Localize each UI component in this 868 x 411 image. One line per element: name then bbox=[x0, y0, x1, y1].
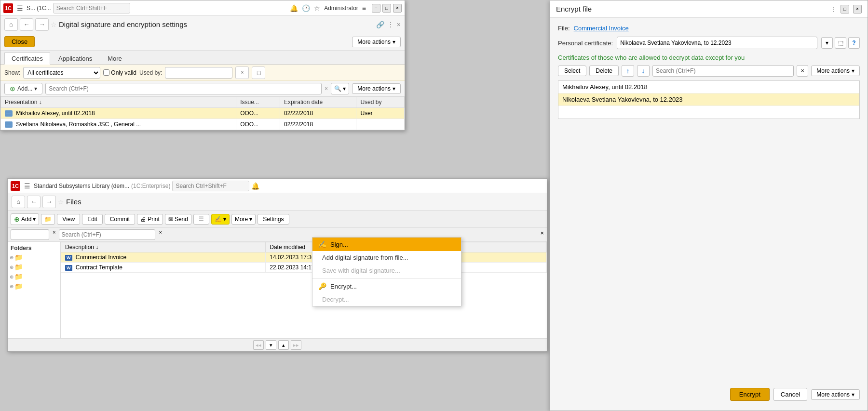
forward-button[interactable]: → bbox=[35, 18, 49, 31]
hamburger-icon[interactable]: ☰ bbox=[15, 3, 25, 13]
sidebar-item[interactable]: ⊕ 📁 bbox=[8, 262, 60, 272]
table-row[interactable]: W Contract Template 22.02.2023 14:17 Adm… bbox=[61, 263, 547, 273]
personal-cert-input[interactable] bbox=[617, 37, 817, 49]
move-down-button[interactable]: ↓ bbox=[637, 65, 650, 77]
cert-more-actions-button[interactable]: More actions ▾ bbox=[352, 83, 401, 94]
files-bell-icon[interactable]: 🔔 bbox=[251, 182, 259, 190]
move-up-button[interactable]: ↑ bbox=[622, 65, 634, 77]
print-button[interactable]: 🖨 Print bbox=[137, 214, 163, 225]
cert-list-item[interactable]: Nikolaeva Svetlana Yakovlevna, to 12.202… bbox=[558, 93, 859, 106]
settings-button[interactable]: Settings bbox=[258, 214, 289, 225]
files-search-close[interactable]: × bbox=[540, 229, 544, 240]
used-by-clear[interactable]: × bbox=[235, 66, 249, 79]
files-favorite-icon[interactable]: ☆ bbox=[58, 198, 64, 206]
send-button[interactable]: ✉ Send bbox=[165, 214, 191, 225]
folder-search-input[interactable] bbox=[11, 229, 49, 240]
more-button[interactable]: More ▾ bbox=[231, 214, 256, 225]
dialog-maximize-button[interactable]: □ bbox=[841, 5, 849, 13]
bookmark-icon[interactable]: ☆ bbox=[314, 4, 320, 12]
files-forward-button[interactable]: → bbox=[42, 196, 56, 208]
tab-applications[interactable]: Applications bbox=[51, 53, 99, 64]
delete-button[interactable]: Delete bbox=[589, 66, 619, 76]
table-row[interactable]: — Mikhailov Alexey, until 02.2018 OOO...… bbox=[1, 108, 405, 119]
cert-dropdown-button[interactable]: ▾ bbox=[821, 37, 833, 49]
window-close-icon[interactable]: × bbox=[397, 21, 401, 28]
close-button[interactable]: Close bbox=[4, 36, 35, 47]
search-go-button[interactable]: 🔍 ▾ bbox=[331, 83, 349, 94]
back-button[interactable]: ← bbox=[20, 18, 33, 31]
only-valid-check[interactable] bbox=[103, 69, 109, 76]
files-back-button[interactable]: ← bbox=[27, 196, 41, 208]
files-global-search[interactable] bbox=[172, 181, 249, 191]
close-button[interactable]: × bbox=[393, 4, 402, 13]
menu-dots-icon[interactable]: ⋮ bbox=[387, 21, 394, 28]
dialog-more-actions-button[interactable]: More actions ▾ bbox=[811, 389, 860, 400]
app-name: S... (1C... bbox=[27, 5, 51, 12]
show-select[interactable]: All certificates bbox=[23, 67, 100, 79]
add-button[interactable]: ⊕ Add... ▾ bbox=[4, 83, 42, 94]
search-clear-icon[interactable]: × bbox=[325, 85, 328, 92]
sidebar-item[interactable]: ⊕ 📁 bbox=[8, 272, 60, 281]
history-icon[interactable]: 🕐 bbox=[302, 4, 310, 12]
more-actions-button[interactable]: More actions ▾ bbox=[352, 37, 401, 47]
nav-first-button[interactable]: ◂◂ bbox=[253, 340, 264, 350]
sign-encrypt-button[interactable]: ✍ ▾ bbox=[211, 214, 230, 225]
files-search-clear[interactable]: × bbox=[157, 229, 163, 240]
folder-search-clear[interactable]: × bbox=[51, 229, 57, 240]
col-description[interactable]: Description ↓ bbox=[61, 242, 266, 252]
sidebar-item[interactable]: ⊕ 📁 bbox=[8, 281, 60, 291]
used-by-open[interactable]: ⬚ bbox=[252, 66, 265, 79]
col-usedby[interactable]: Used by bbox=[356, 97, 405, 108]
cert-list-more-actions[interactable]: More actions ▾ bbox=[811, 66, 860, 76]
menu-item-sign[interactable]: ✍ Sign... bbox=[312, 238, 461, 251]
cert-list-search[interactable] bbox=[652, 65, 794, 77]
nav-prev-button[interactable]: ▾ bbox=[266, 340, 276, 350]
nav-last-button[interactable]: ▸▸ bbox=[291, 340, 301, 350]
dialog-more-label: More actions bbox=[816, 391, 850, 398]
tab-certificates[interactable]: Certificates bbox=[4, 53, 50, 65]
files-home-button[interactable]: ⌂ bbox=[12, 196, 25, 208]
cert-open-button[interactable]: ⬚ bbox=[835, 37, 846, 49]
col-issue[interactable]: Issue... bbox=[236, 97, 280, 108]
bell-icon[interactable]: 🔔 bbox=[290, 4, 298, 12]
cert-presentation: — Mikhailov Alexey, until 02.2018 bbox=[1, 108, 236, 119]
only-valid-checkbox[interactable]: Only valid bbox=[103, 69, 136, 76]
menu-item-add-signature[interactable]: Add digital signature from file... bbox=[312, 251, 461, 264]
cancel-button[interactable]: Cancel bbox=[773, 388, 807, 401]
menu-item-encrypt[interactable]: 🔑 Encrypt... bbox=[312, 279, 461, 293]
home-button[interactable]: ⌂ bbox=[4, 18, 18, 31]
edit-button[interactable]: Edit bbox=[82, 214, 103, 225]
used-by-input[interactable] bbox=[165, 67, 232, 79]
file-link[interactable]: Commercial Invoice bbox=[574, 25, 629, 32]
cert-help-button[interactable]: ? bbox=[848, 37, 860, 49]
files-search-input[interactable] bbox=[59, 229, 155, 240]
new-folder-button[interactable]: 📁 bbox=[41, 214, 55, 225]
nav-next-button[interactable]: ▴ bbox=[278, 340, 289, 350]
cert-chevron: ▾ bbox=[393, 85, 395, 92]
dialog-close-button[interactable]: × bbox=[853, 5, 862, 13]
dialog-menu-icon[interactable]: ⋮ bbox=[830, 5, 837, 13]
global-search-input[interactable] bbox=[53, 3, 130, 13]
col-presentation[interactable]: Presentation ↓ bbox=[1, 97, 236, 108]
commit-button[interactable]: Commit bbox=[105, 214, 135, 225]
col-expiration[interactable]: Expiration date bbox=[280, 97, 356, 108]
encrypt-button[interactable]: Encrypt bbox=[730, 388, 770, 401]
maximize-button[interactable]: □ bbox=[382, 4, 391, 13]
cert-list-item[interactable]: Mikhailov Alexey, until 02.2018 bbox=[558, 81, 859, 93]
table-row[interactable]: W Commercial Invoice 14.02.2023 17:36 Ad… bbox=[61, 252, 547, 263]
cert-search-input[interactable] bbox=[45, 83, 322, 94]
sidebar-item[interactable]: ⊕ 📁 bbox=[8, 252, 60, 262]
cert-search-clear[interactable]: × bbox=[797, 65, 808, 77]
list-view-button[interactable]: ☰ bbox=[193, 214, 209, 225]
link-icon[interactable]: 🔗 bbox=[376, 21, 384, 28]
files-hamburger-icon[interactable]: ☰ bbox=[22, 181, 32, 191]
minimize-button[interactable]: − bbox=[372, 4, 380, 13]
select-button[interactable]: Select bbox=[558, 66, 586, 76]
favorite-icon[interactable]: ☆ bbox=[51, 21, 57, 28]
view-button[interactable]: View bbox=[57, 214, 80, 225]
filter-icon[interactable]: ≡ bbox=[362, 4, 366, 12]
more-actions-chevron: ▾ bbox=[852, 67, 854, 74]
table-row[interactable]: — Svetlana Nikolaeva, Romashka JSC , Gen… bbox=[1, 119, 405, 130]
add-file-button[interactable]: ⊕ Add ▾ bbox=[11, 213, 39, 225]
tab-more[interactable]: More bbox=[100, 53, 129, 64]
